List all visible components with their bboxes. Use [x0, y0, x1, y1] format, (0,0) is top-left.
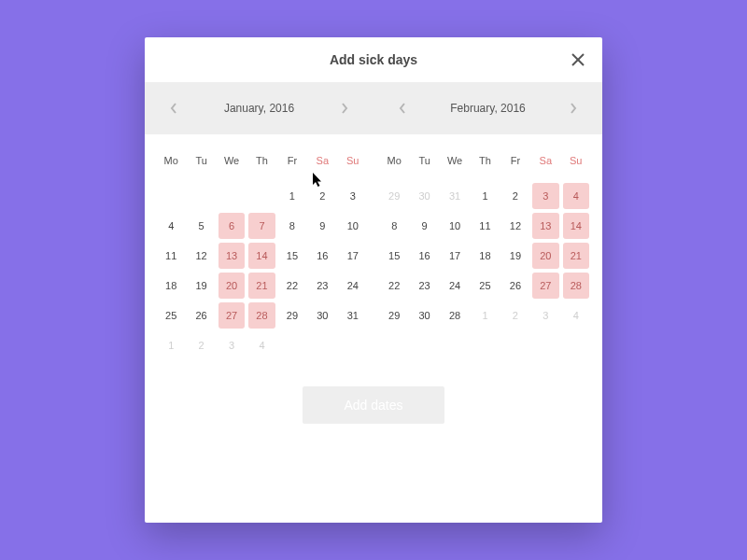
next-month-left[interactable] [336, 100, 353, 117]
calendar-grid: 1234567891011121314151617181920212223242… [156, 181, 368, 360]
calendar-day[interactable]: 26 [188, 302, 214, 329]
calendar-day[interactable]: 27 [532, 273, 558, 299]
calendar-day[interactable]: 31 [340, 302, 366, 329]
calendar-day[interactable]: 9 [411, 213, 437, 239]
calendar-day[interactable]: 24 [340, 273, 366, 299]
calendar-day[interactable]: 28 [248, 302, 275, 329]
calendar-day[interactable]: 27 [218, 302, 245, 329]
calendar-day[interactable]: 14 [248, 243, 275, 269]
weekday-label: Th [247, 151, 276, 170]
calendar-day[interactable]: 19 [188, 273, 214, 299]
calendar-day[interactable]: 26 [502, 273, 529, 299]
calendar-day[interactable]: 10 [442, 213, 468, 239]
calendar-right: MoTuWeThFrSaSu 2930311234891011121314151… [379, 151, 591, 360]
calendar-day[interactable]: 3 [532, 302, 558, 329]
calendar-day[interactable]: 4 [563, 183, 589, 209]
chevron-left-icon [399, 102, 406, 115]
calendar-day[interactable]: 22 [381, 273, 407, 299]
calendar-day[interactable]: 23 [309, 273, 335, 299]
calendar-day[interactable]: 3 [218, 332, 245, 358]
close-button[interactable] [567, 49, 589, 71]
calendar-day[interactable]: 1 [279, 183, 305, 209]
calendar-day[interactable]: 13 [532, 213, 558, 239]
calendar-day[interactable]: 28 [442, 302, 468, 329]
calendar-day[interactable]: 22 [279, 273, 305, 299]
weekday-label: Su [338, 151, 368, 170]
calendar-day[interactable]: 16 [411, 243, 437, 269]
calendar-day[interactable]: 20 [218, 273, 245, 299]
calendar-day[interactable]: 29 [381, 183, 407, 209]
prev-month-left[interactable] [165, 100, 182, 117]
calendar-day[interactable]: 2 [502, 302, 529, 329]
calendar-day[interactable]: 6 [218, 213, 245, 239]
calendar-day[interactable]: 17 [442, 243, 468, 269]
calendar-day[interactable]: 12 [502, 213, 529, 239]
calendar-day[interactable]: 18 [472, 243, 498, 269]
calendar-left: MoTuWeThFrSaSu 1234567891011121314151617… [156, 151, 368, 360]
calendar-day[interactable]: 30 [411, 183, 437, 209]
weekday-header: MoTuWeThFrSaSu [156, 151, 368, 170]
calendar-day[interactable]: 3 [340, 183, 366, 209]
calendar-day[interactable]: 11 [158, 243, 184, 269]
calendar-day[interactable]: 8 [279, 213, 305, 239]
close-icon [571, 52, 585, 67]
calendar-day[interactable]: 28 [563, 273, 589, 299]
calendar-day[interactable]: 29 [279, 302, 305, 329]
calendar-day[interactable]: 9 [309, 213, 335, 239]
month-navigation-bar: January, 2016 February, 2016 [145, 82, 602, 134]
calendar-day[interactable]: 2 [502, 183, 529, 209]
calendar-day[interactable]: 21 [248, 273, 275, 299]
prev-month-right[interactable] [394, 100, 411, 117]
weekday-label: Tu [186, 151, 216, 170]
modal-title: Add sick days [330, 52, 417, 67]
calendar-day[interactable]: 10 [340, 213, 366, 239]
calendar-day[interactable]: 25 [158, 302, 184, 329]
calendar-day[interactable]: 23 [411, 273, 437, 299]
calendar-day[interactable]: 19 [502, 243, 529, 269]
calendar-day[interactable]: 30 [411, 302, 437, 329]
calendar-day[interactable]: 12 [188, 243, 214, 269]
calendar-day[interactable]: 5 [188, 213, 214, 239]
calendar-day[interactable]: 15 [381, 243, 407, 269]
calendar-day[interactable]: 3 [532, 183, 558, 209]
weekday-label: We [440, 151, 470, 170]
calendar-day[interactable]: 11 [472, 213, 498, 239]
calendar-day[interactable]: 13 [218, 243, 245, 269]
calendar-day[interactable]: 21 [563, 243, 589, 269]
calendar-day[interactable]: 4 [563, 302, 589, 329]
calendar-day[interactable]: 18 [158, 273, 184, 299]
calendar-day[interactable]: 29 [381, 302, 407, 329]
calendar-day[interactable]: 1 [472, 302, 498, 329]
calendar-day[interactable]: 7 [248, 213, 275, 239]
calendar-day[interactable]: 8 [381, 213, 407, 239]
chevron-right-icon [570, 102, 577, 115]
calendar-day[interactable]: 14 [563, 213, 589, 239]
calendar-week: 25262728293031 [156, 301, 368, 330]
calendar-week: 15161718192021 [379, 241, 591, 271]
calendar-day[interactable]: 15 [279, 243, 305, 269]
calendar-day[interactable]: 4 [248, 332, 275, 358]
weekday-label: Fr [277, 151, 307, 170]
calendar-day[interactable]: 4 [158, 213, 184, 239]
calendar-day[interactable]: 30 [309, 302, 335, 329]
calendar-day[interactable]: 17 [340, 243, 366, 269]
calendar-day[interactable]: 20 [532, 243, 558, 269]
month-nav-left: January, 2016 [145, 82, 374, 134]
calendar-day[interactable]: 1 [158, 332, 184, 358]
calendar-week: 18192021222324 [156, 271, 368, 301]
calendar-week: 22232425262728 [379, 271, 591, 301]
next-month-right[interactable] [565, 100, 582, 117]
calendar-day[interactable]: 1 [472, 183, 498, 209]
calendar-day[interactable]: 2 [309, 183, 335, 209]
add-sick-days-modal: Add sick days January, 2016 February, 20… [145, 37, 602, 523]
calendar-day[interactable]: 25 [472, 273, 498, 299]
add-dates-button[interactable]: Add dates [303, 386, 444, 424]
calendar-week: 2930311234 [379, 181, 591, 211]
calendar-day[interactable]: 24 [442, 273, 468, 299]
weekday-label: Fr [500, 151, 530, 170]
calendar-day[interactable]: 16 [309, 243, 335, 269]
weekday-label: Sa [307, 151, 337, 170]
calendar-day[interactable]: 2 [188, 332, 214, 358]
calendar-day[interactable]: 31 [442, 183, 468, 209]
weekday-label: Tu [409, 151, 439, 170]
